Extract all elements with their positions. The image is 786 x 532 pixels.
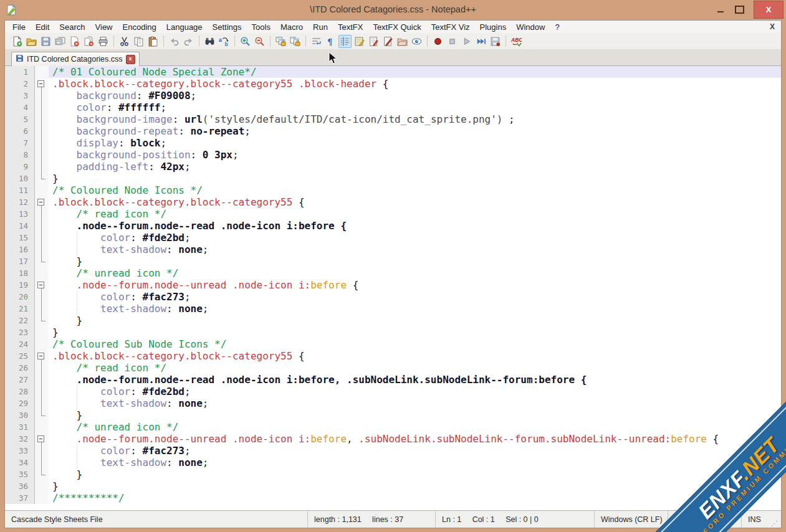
code-line[interactable]: 32 .node--forum.node--unread .node-icon … [5,433,781,445]
menu-macro[interactable]: Macro [276,22,308,32]
zoom-out-icon[interactable] [253,35,266,48]
code-line[interactable]: 18 /* unread icon */ [5,267,781,279]
show-indent-guide-icon[interactable] [338,35,352,48]
code-text: /* unread icon */ [49,421,781,433]
user-define-dialog-icon[interactable] [353,35,366,48]
new-file-icon[interactable] [11,35,24,48]
menu-textfx-viz[interactable]: TextFX Viz [426,22,475,32]
code-line[interactable]: 17 } [5,255,781,267]
code-line[interactable]: 27 .node--forum.node--read .node-icon i:… [5,374,781,386]
code-line[interactable]: 11/* Coloured Node Icons */ [5,184,781,196]
menu-?[interactable]: ? [550,22,564,32]
close-icon[interactable] [68,35,81,48]
fold-collapse-button[interactable] [35,279,49,291]
menu-tools[interactable]: Tools [247,22,276,32]
title-bar[interactable]: \ITD Colored Catagories.css - Notepad++ … [0,0,786,20]
code-line[interactable]: 29 text-shadow: none; [5,397,781,409]
code-line[interactable]: 22 } [5,315,781,326]
code-line[interactable]: 10} [5,173,781,184]
spell-check-icon[interactable]: ABC [510,35,523,48]
code-line[interactable]: 6 background-repeat: no-repeat; [5,125,781,137]
code-line[interactable]: 12.block.block--category.block--category… [5,196,781,208]
word-wrap-icon[interactable] [310,35,323,48]
tab-itd-colored-catagories[interactable]: ITD Colored Catagories.css x [11,52,140,66]
menu-edit[interactable]: Edit [31,22,54,32]
code-line[interactable]: 14 .node--forum.node--read .node-icon i:… [5,220,781,232]
code-line[interactable]: 37/**********/ [5,492,781,504]
undo-icon[interactable] [168,35,181,48]
code-line[interactable]: 7 display: block; [5,137,781,149]
folder-as-workspace-icon[interactable] [396,35,409,48]
open-file-icon[interactable] [25,35,38,48]
code-line[interactable]: 2.block.block--category.block--category5… [5,78,781,90]
menu-language[interactable]: Language [161,22,208,32]
paste-icon[interactable] [146,35,160,48]
maximize-button[interactable] [730,1,749,17]
fold-collapse-button[interactable] [35,350,49,362]
code-line[interactable]: 15 color: #fde2bd; [5,232,781,244]
code-line[interactable]: 21 text-shadow: none; [5,303,781,315]
shortcut-mapper-icon[interactable] [381,35,395,48]
macro-save-icon[interactable] [489,35,502,48]
code-line[interactable]: 34 text-shadow: none; [5,457,781,468]
save-icon[interactable] [39,35,52,48]
close-button[interactable]: X [754,1,784,19]
resize-grip[interactable]: ⋰ [771,520,781,528]
menu-plugins[interactable]: Plugins [475,22,512,32]
menu-search[interactable]: Search [54,22,90,32]
document-monitoring-icon[interactable] [410,35,423,48]
sync-horizontal-scroll-icon[interactable] [289,35,302,48]
menu-window[interactable]: Window [511,22,550,32]
replace-icon[interactable]: ab [218,35,231,48]
save-all-icon[interactable] [54,35,67,48]
code-line[interactable]: 25.block.block--category.block--category… [5,350,781,362]
menubar-close-doc[interactable]: X [770,22,781,31]
macro-record-icon[interactable] [431,35,444,48]
code-line[interactable]: 4 color: #ffffff; [5,102,781,113]
code-line[interactable]: 19 .node--forum.node--unread .node-icon … [5,279,781,291]
print-icon[interactable] [97,35,110,48]
menu-encoding[interactable]: Encoding [118,22,161,32]
cut-icon[interactable] [118,35,131,48]
code-line[interactable]: 9 padding-left: 42px; [5,161,781,173]
find-icon[interactable] [203,35,216,48]
doc-switcher-icon[interactable] [367,35,380,48]
menu-textfx[interactable]: TextFX [333,22,368,32]
menu-settings[interactable]: Settings [208,22,247,32]
redo-icon[interactable] [182,35,195,48]
code-line[interactable]: 30 } [5,409,781,421]
menu-textfx-quick[interactable]: TextFX Quick [368,22,426,32]
code-line[interactable]: 20 color: #fac273; [5,291,781,303]
macro-run-multiple-icon[interactable] [474,35,487,48]
minimize-button[interactable] [711,1,730,17]
code-line[interactable]: 26 /* read icon */ [5,362,781,374]
code-line[interactable]: 5 background-image: url('styles/default/… [5,113,781,125]
code-editor[interactable]: 1/* 01 Coloured Node Special Zone*/2.blo… [5,66,781,510]
sync-vertical-scroll-icon[interactable] [274,35,287,48]
zoom-in-icon[interactable] [239,35,252,48]
code-line[interactable]: 1/* 01 Coloured Node Special Zone*/ [5,66,781,78]
code-line[interactable]: 28 color: #fde2bd; [5,386,781,397]
fold-collapse-button[interactable] [35,196,49,208]
code-line[interactable]: 16 text-shadow: none; [5,244,781,255]
code-line[interactable]: 33 color: #fac273; [5,445,781,457]
code-line[interactable]: 31 /* unread icon */ [5,421,781,433]
show-all-characters-icon[interactable]: ¶ [324,35,337,48]
code-line[interactable]: 36} [5,480,781,492]
code-line[interactable]: 3 background: #F09008; [5,90,781,102]
menu-run[interactable]: Run [308,22,333,32]
code-line[interactable]: 13 /* read icon */ [5,208,781,220]
tab-close-icon[interactable]: x [126,55,135,64]
code-line[interactable]: 35 } [5,468,781,480]
fold-collapse-button[interactable] [35,433,49,445]
copy-icon[interactable] [132,35,145,48]
macro-play-icon[interactable] [460,35,473,48]
fold-collapse-button[interactable] [35,78,49,90]
code-line[interactable]: 8 background-position: 0 3px; [5,149,781,161]
close-all-icon[interactable] [82,35,95,48]
code-line[interactable]: 23} [5,326,781,338]
menu-file[interactable]: File [7,22,31,32]
menu-view[interactable]: View [90,22,118,32]
macro-stop-icon[interactable] [446,35,459,48]
code-line[interactable]: 24/* Coloured Sub Node Icons */ [5,338,781,350]
